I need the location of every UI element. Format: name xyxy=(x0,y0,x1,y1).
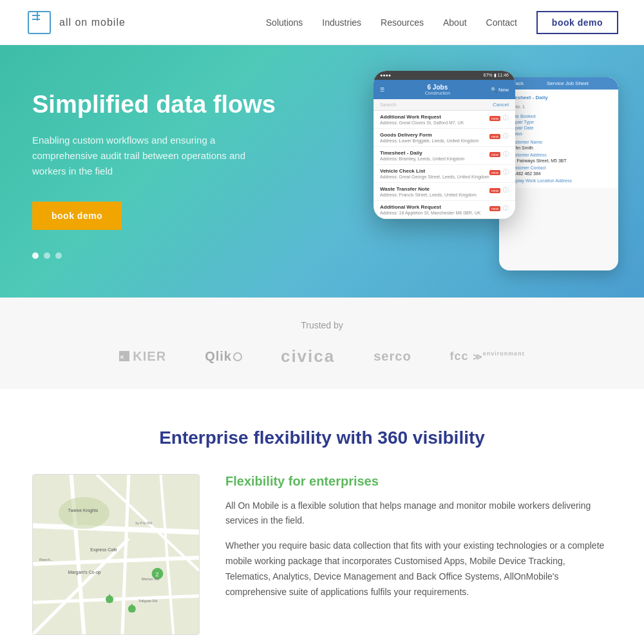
nav-solutions[interactable]: Solutions xyxy=(266,17,303,28)
hero-book-demo-button[interactable]: book demo xyxy=(32,202,122,230)
dot-1[interactable] xyxy=(32,252,39,259)
logo-text: all on mobile xyxy=(59,17,126,28)
nav-links: Solutions Industries Resources About Con… xyxy=(266,11,618,34)
fcc-logo: fcc ≫environment xyxy=(450,350,525,363)
hero-section: Simplified data flows Enabling custom wo… xyxy=(0,45,644,298)
nav-contact[interactable]: Contact xyxy=(486,17,517,28)
civica-logo: civica xyxy=(281,346,335,366)
dot-2[interactable] xyxy=(44,252,50,259)
svg-text:Margam's Co-op: Margam's Co-op xyxy=(68,569,101,574)
qlik-logo: Qlik xyxy=(205,349,242,364)
phone-mockups: ← BackService Job Sheet Timesheet - Dail… xyxy=(354,64,625,298)
phone-list-item[interactable]: Goods Delivery Form Address: Lower Brigg… xyxy=(374,129,515,147)
phone-list-item[interactable]: Waste Transfer Note Address: Francis Str… xyxy=(374,183,515,201)
enterprise-flex: Twelve Knights Express Cafe Margam's Co-… xyxy=(32,474,612,635)
hero-content: Simplified data flows Enabling custom wo… xyxy=(32,84,303,259)
svg-point-14 xyxy=(59,497,109,529)
nav-resources[interactable]: Resources xyxy=(381,17,424,28)
map-container: Twelve Knights Express Cafe Margam's Co-… xyxy=(32,474,200,635)
svg-text:Beech...: Beech... xyxy=(39,558,53,562)
trusted-label: Trusted by xyxy=(26,320,618,330)
enterprise-section: Enterprise flexibility with 360 visibili… xyxy=(0,389,644,644)
navbar: all on mobile Solutions Industries Resou… xyxy=(0,0,644,45)
svg-text:Express Cafe: Express Cafe xyxy=(90,547,117,553)
svg-text:1y-Fry Rd: 1y-Fry Rd xyxy=(135,521,152,525)
flexibility-p1: All On Mobile is a flexible solution tha… xyxy=(225,498,612,529)
trusted-logos: K KIER Qlik civica serco fcc ≫environmen… xyxy=(26,346,618,366)
svg-text:K: K xyxy=(120,354,125,360)
kier-logo: K KIER xyxy=(119,349,166,364)
phone-list-item[interactable]: Additional Work Request Address: Great C… xyxy=(374,111,515,129)
flexibility-title: Flexibility for enterprises xyxy=(225,474,612,489)
nav-about[interactable]: About xyxy=(443,17,467,28)
phone-back-mockup: ← BackService Job Sheet Timesheet - Dail… xyxy=(499,77,618,270)
dot-3[interactable] xyxy=(55,252,62,259)
svg-text:Twelve Knights: Twelve Knights xyxy=(68,507,99,513)
enterprise-title: Enterprise flexibility with 360 visibili… xyxy=(32,428,612,448)
svg-text:Tollgate Rd: Tollgate Rd xyxy=(138,599,158,603)
svg-text:Marian Rd: Marian Rd xyxy=(142,576,159,580)
phone-list-item[interactable]: Vehicle Check List Address: Great George… xyxy=(374,165,515,183)
logo[interactable]: all on mobile xyxy=(26,9,126,36)
hero-subtitle: Enabling custom workflows and ensuring a… xyxy=(32,133,277,179)
book-demo-nav-button[interactable]: book demo xyxy=(536,11,618,34)
trusted-section: Trusted by K KIER Qlik civica serco fcc … xyxy=(0,298,644,389)
hero-title: Simplified data flows xyxy=(32,90,303,120)
hero-dots xyxy=(32,252,303,259)
phone-list-item[interactable]: Additional Work Request Address: 18 Appl… xyxy=(374,201,515,219)
phone-list-item[interactable]: Timesheet - Daily Address: Bramley, Leed… xyxy=(374,147,515,165)
flexibility-p2: Whether you require basic data collectio… xyxy=(225,538,612,600)
phone-front-mockup: ●●●●67% ▮ 11:46 ☰ 6 Jobs Construction 🔍 … xyxy=(374,71,515,219)
serco-logo: serco xyxy=(374,349,411,364)
flexibility-text: Flexibility for enterprises All On Mobil… xyxy=(225,474,612,610)
nav-industries[interactable]: Industries xyxy=(322,17,361,28)
